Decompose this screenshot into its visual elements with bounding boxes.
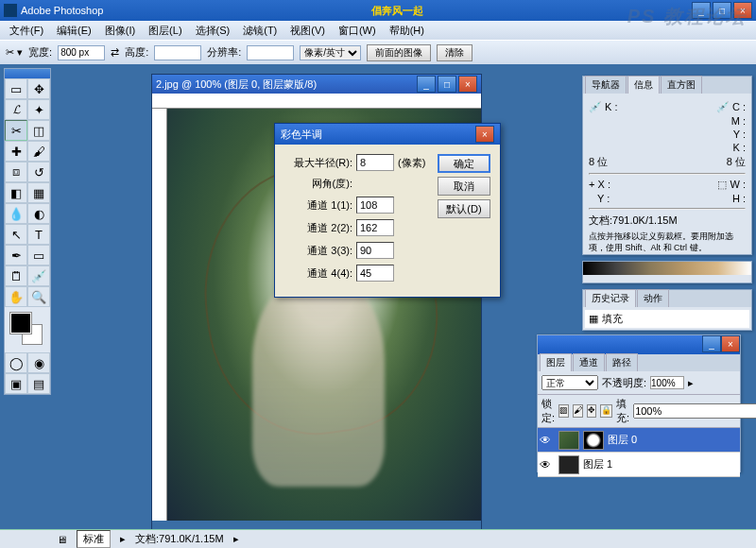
lock-move-icon[interactable]: ✥	[587, 404, 596, 418]
marquee-tool-icon[interactable]: ▭	[5, 78, 27, 99]
panel-minimize-button[interactable]: _	[702, 335, 721, 352]
hand-tool-icon[interactable]: ✋	[5, 286, 27, 307]
clear-button[interactable]: 清除	[437, 44, 472, 61]
chevron-icon[interactable]: ▸	[233, 533, 239, 545]
type-tool-icon[interactable]: T	[27, 224, 50, 245]
lasso-tool-icon[interactable]: 𝓛	[5, 99, 27, 120]
layer-thumb[interactable]	[558, 431, 579, 450]
menu-image[interactable]: 图像(I)	[99, 22, 141, 40]
crop-tool-icon[interactable]: ✂	[5, 120, 27, 141]
gradient-tool-icon[interactable]: ▦	[27, 182, 50, 203]
layer-mask-thumb[interactable]	[583, 431, 604, 450]
swap-icon[interactable]: ⇄	[111, 46, 119, 59]
move-tool-icon[interactable]: ✥	[27, 78, 50, 99]
eyedropper-tool-icon[interactable]: 💉	[27, 265, 50, 286]
menu-select[interactable]: 选择(S)	[190, 22, 236, 40]
crop-tool-icon: ✂ ▾	[6, 46, 23, 59]
layer-item-0[interactable]: 👁 图层 0	[538, 428, 740, 453]
toolbox-header[interactable]	[5, 69, 50, 78]
menu-filter[interactable]: 滤镜(T)	[237, 22, 283, 40]
cancel-button[interactable]: 取消	[438, 177, 490, 196]
dialog-close-button[interactable]: ×	[475, 126, 494, 143]
tab-actions[interactable]: 动作	[637, 289, 669, 307]
status-bar: 🖥 标准 ▸ 文档:791.0K/1.15M ▸	[0, 529, 756, 548]
defaults-button[interactable]: 默认(D)	[438, 199, 490, 218]
blur-tool-icon[interactable]: 💧	[5, 203, 27, 224]
chevron-icon[interactable]: ▸	[120, 533, 126, 545]
slice-tool-icon[interactable]: ◫	[27, 120, 50, 141]
swatch-bar[interactable]	[583, 262, 751, 275]
chevron-icon[interactable]: ▸	[688, 377, 694, 389]
toolbox: ▭✥ 𝓛✦ ✂◫ ✚🖌 ⧈↺ ◧▦ 💧◐ ↖T ✒▭ 🗒💉 ✋🔍 ◯◉ ▣▤	[4, 68, 51, 395]
wand-tool-icon[interactable]: ✦	[27, 99, 50, 120]
quickmask-on-icon[interactable]: ◉	[27, 352, 50, 373]
height-input[interactable]	[154, 45, 201, 60]
tab-paths[interactable]: 路径	[606, 353, 638, 371]
doc-maximize-button[interactable]: □	[438, 76, 456, 93]
fill-input[interactable]	[633, 403, 756, 419]
radius-label: 最大半径(R):	[284, 156, 352, 170]
layer-item-1[interactable]: 👁 图层 1	[538, 453, 740, 477]
ch1-label: 通道 1(1):	[284, 198, 352, 213]
history-brush-tool-icon[interactable]: ↺	[27, 162, 50, 182]
quickmask-icon[interactable]: ◯	[5, 352, 27, 373]
resolution-label: 分辨率:	[207, 45, 241, 60]
tab-histogram[interactable]: 直方图	[661, 76, 702, 94]
dialog-title: 彩色半调	[281, 128, 475, 142]
unit-select[interactable]: 像素/英寸	[300, 45, 361, 60]
menu-layer[interactable]: 图层(L)	[143, 22, 187, 40]
brush-tool-icon[interactable]: 🖌	[27, 141, 50, 162]
tab-navigator[interactable]: 导航器	[585, 76, 627, 94]
menu-file[interactable]: 文件(F)	[4, 22, 49, 40]
doc-close-button[interactable]: ×	[458, 76, 477, 93]
layer-name[interactable]: 图层 0	[608, 433, 637, 447]
doc-size: 文档:791.0K/1.15M	[589, 214, 746, 228]
layer-name[interactable]: 图层 1	[583, 457, 612, 471]
lock-all-icon[interactable]: 🔒	[600, 404, 612, 418]
ruler-vertical[interactable]	[152, 109, 167, 521]
tab-info[interactable]: 信息	[627, 76, 660, 94]
path-tool-icon[interactable]: ↖	[5, 224, 27, 245]
dodge-tool-icon[interactable]: ◐	[27, 203, 50, 224]
ok-button[interactable]: 确定	[438, 154, 490, 173]
radius-input[interactable]	[356, 154, 394, 171]
ch3-input[interactable]	[356, 242, 394, 259]
menu-edit[interactable]: 编辑(E)	[51, 22, 97, 40]
tab-channels[interactable]: 通道	[573, 353, 605, 371]
screenmode-icon[interactable]: ▣	[5, 373, 27, 394]
tab-layers[interactable]: 图层	[540, 353, 572, 371]
menu-window[interactable]: 窗口(W)	[333, 22, 382, 40]
history-item[interactable]: ▦填充	[585, 310, 749, 328]
width-input[interactable]	[58, 45, 105, 60]
color-swatches[interactable]	[9, 311, 46, 349]
visibility-icon[interactable]: 👁	[540, 434, 555, 447]
zoom-tool-icon[interactable]: 🔍	[27, 286, 50, 307]
lock-paint-icon[interactable]: 🖌	[573, 404, 583, 418]
layer-thumb[interactable]	[558, 455, 579, 474]
ruler-horizontal[interactable]	[152, 94, 481, 109]
doc-minimize-button[interactable]: _	[417, 76, 436, 93]
document-title-center: 倡奔风一起	[103, 4, 692, 18]
stamp-tool-icon[interactable]: ⧈	[5, 162, 27, 182]
visibility-icon[interactable]: 👁	[540, 458, 555, 471]
blend-mode-select[interactable]: 正常	[541, 375, 598, 390]
tab-history[interactable]: 历史记录	[585, 289, 636, 307]
ch4-input[interactable]	[356, 265, 394, 282]
eraser-tool-icon[interactable]: ◧	[5, 182, 27, 203]
shape-tool-icon[interactable]: ▭	[27, 245, 50, 265]
front-image-button[interactable]: 前面的图像	[367, 44, 431, 61]
fg-color-swatch[interactable]	[10, 313, 31, 334]
zoom-display[interactable]: 标准	[77, 530, 111, 548]
screenmode2-icon[interactable]: ▤	[27, 373, 50, 394]
notes-tool-icon[interactable]: 🗒	[5, 265, 27, 286]
lock-trans-icon[interactable]: ▨	[558, 404, 569, 418]
resolution-input[interactable]	[247, 45, 294, 60]
heal-tool-icon[interactable]: ✚	[5, 141, 27, 162]
menu-view[interactable]: 视图(V)	[284, 22, 331, 40]
menu-help[interactable]: 帮助(H)	[384, 22, 430, 40]
ch2-input[interactable]	[356, 219, 394, 236]
opacity-input[interactable]	[650, 376, 684, 389]
ch1-input[interactable]	[356, 197, 394, 214]
pen-tool-icon[interactable]: ✒	[5, 245, 27, 265]
panel-close-button[interactable]: ×	[721, 335, 740, 352]
